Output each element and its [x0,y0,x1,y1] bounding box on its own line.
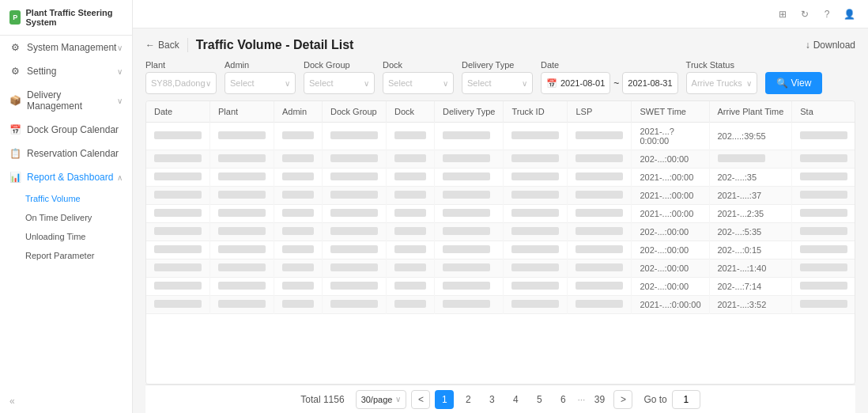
next-page-btn[interactable]: > [613,390,632,409]
table-cell [792,223,855,241]
sidebar-sub-on-time-delivery[interactable]: On Time Delivery [25,208,132,227]
delivery-type-select[interactable]: Select ∨ [462,72,533,94]
table-cell [323,296,387,314]
table-cell [792,169,855,187]
page-num-2[interactable]: 2 [459,390,477,409]
table-cell [146,296,210,314]
sidebar-sub-traffic-volume[interactable]: Traffic Volume [25,189,132,208]
sidebar-item-setting[interactable]: ⚙ Setting ∨ [0,59,132,83]
table-cell [792,187,855,205]
table-row: 2021-...:00:002021-....:37 [146,187,855,205]
table-cell [792,260,855,278]
blurred-cell [330,282,378,290]
sidebar-item-system-management[interactable]: ⚙ System Management ∨ [0,36,132,59]
table-cell [709,150,792,169]
table-cell [792,278,855,296]
grid-icon[interactable]: ⊞ [776,8,789,21]
blurred-cell [218,282,266,290]
blurred-cell [282,300,314,308]
blurred-cell [394,282,426,290]
page-num-5[interactable]: 5 [530,390,549,409]
table-cell [568,123,632,150]
goto-input[interactable] [672,390,700,409]
date-to-value: 2021-08-31 [628,78,672,88]
blurred-cell [218,154,266,162]
table-cell [792,241,855,260]
truck-status-select[interactable]: Arrive Trucks ∨ [686,72,757,94]
table-cell [387,296,435,314]
page-num-1[interactable]: 1 [435,390,454,409]
table-cell [146,123,210,150]
sidebar: P Plant Traffic Steering System ⚙ System… [0,0,133,413]
delivery-type-label: Delivery Type [462,60,533,70]
page-num-3[interactable]: 3 [482,390,501,409]
page-num-6[interactable]: 6 [553,390,572,409]
data-table-container[interactable]: Date Plant Admin Dock Group Dock Deliver… [145,100,855,385]
sidebar-item-dock-group-calendar[interactable]: 📅 Dock Group Calendar [0,118,132,142]
help-icon[interactable]: ? [821,8,833,21]
delivery-type-chevron: ∨ [522,79,527,88]
page-num-4[interactable]: 4 [506,390,525,409]
sidebar-label-dock-group-calendar: Dock Group Calendar [27,124,119,135]
admin-label: Admin [225,60,296,70]
table-cell [146,150,210,169]
col-admin: Admin [274,101,323,123]
on-time-delivery-label: On Time Delivery [25,213,92,222]
total-info: Total 1156 [300,394,344,405]
table-cell [387,223,435,241]
blurred-cell [154,209,202,217]
blurred-cell [576,172,623,180]
truck-status-label: Truck Status [686,60,757,70]
sidebar-item-reservation-calendar[interactable]: 📋 Reservation Calendar [0,142,132,165]
table-cell: 2021-...:3:52 [709,296,792,314]
table-cell [274,241,323,260]
app-title: Plant Traffic Steering System [25,8,123,27]
table-cell [274,150,323,169]
system-management-icon: ⚙ [9,42,21,53]
page-size-select[interactable]: 30/page ∨ [356,390,407,409]
sidebar-item-report-dashboard[interactable]: 📊 Report & Dashboard ∧ [0,165,132,189]
blurred-cell [443,131,490,139]
dock-select[interactable]: Select ∨ [383,72,454,94]
filter-dock-group: Dock Group Select ∨ [304,60,375,94]
blurred-cell [282,131,314,139]
refresh-icon[interactable]: ↻ [798,8,811,21]
table-row: 2021-...:0:00:002021-...:3:52 [146,296,855,314]
blurred-cell [800,154,847,162]
page-num-39[interactable]: 39 [590,390,609,409]
table-cell: 202-....:35 [709,169,792,187]
table-cell: 202-...:00:00 [632,150,709,169]
blurred-cell [154,245,202,253]
user-icon[interactable]: 👤 [843,8,855,21]
blurred-cell [394,227,426,235]
table-cell [435,150,504,169]
table-cell [792,205,855,223]
table-cell [387,123,435,150]
table-cell: 2021-...:00:00 [632,169,709,187]
blurred-cell [330,209,378,217]
plant-select[interactable]: SY88,Dadong ∨ [145,72,217,94]
sidebar-sub-report-parameter[interactable]: Report Parameter [25,246,132,265]
blurred-cell [218,227,266,235]
blurred-cell [511,172,559,180]
date-from-input[interactable]: 📅 2021-08-01 [541,72,610,94]
blurred-cell [800,245,847,253]
sidebar-collapse-btn[interactable]: « [0,389,132,413]
table-cell [146,260,210,278]
back-button[interactable]: ← Back [145,40,179,51]
table-cell [792,296,855,314]
prev-page-btn[interactable]: < [411,390,430,409]
table-cell [387,150,435,169]
sidebar-item-delivery-management[interactable]: 📦 Delivery Management ∨ [0,83,132,118]
dock-group-select[interactable]: Select ∨ [304,72,375,94]
blurred-cell [511,245,559,253]
blurred-cell [154,282,202,290]
sidebar-sub-unloading-time[interactable]: Unloading Time [25,227,132,246]
chevron-icon-2: ∨ [117,67,123,76]
dock-placeholder: Select [388,78,413,88]
date-to-input[interactable]: 2021-08-31 [622,72,677,94]
view-button[interactable]: 🔍 View [765,72,823,94]
page-title: Traffic Volume - Detail List [196,38,354,52]
download-button[interactable]: ↓ Download [806,40,855,51]
admin-select[interactable]: Select ∨ [225,72,296,94]
